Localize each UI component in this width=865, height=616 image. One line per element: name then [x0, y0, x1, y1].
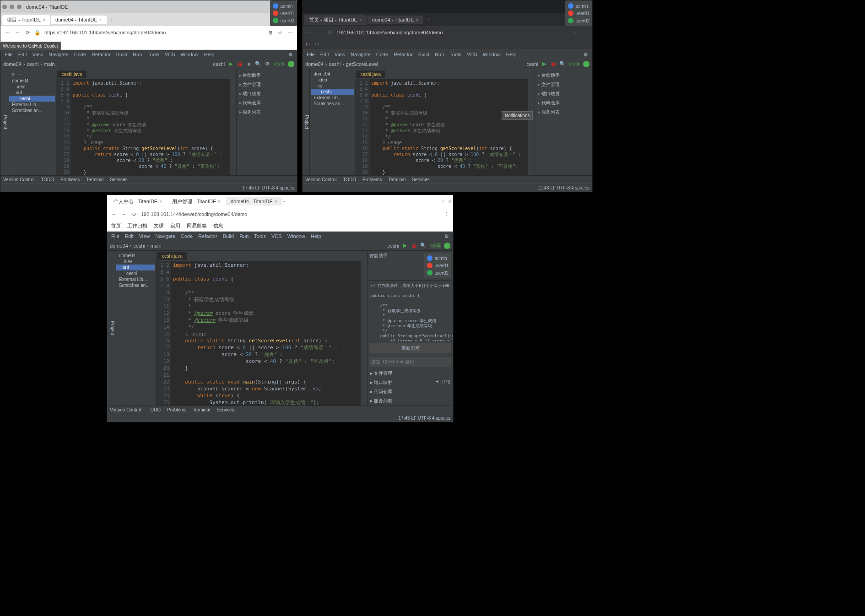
tree-item[interactable]: out: [9, 90, 55, 96]
status-bar: 17:45 LF UTF-8 4 spaces: [0, 184, 297, 192]
side-item[interactable]: 代码仓库: [238, 98, 295, 108]
menu-edit[interactable]: Edit: [16, 51, 29, 58]
menu-navigate[interactable]: Navigate: [46, 51, 70, 58]
side-item[interactable]: 端口映射: [238, 89, 295, 98]
back-icon[interactable]: ←: [111, 211, 117, 217]
ide-menubar: File Edit View Navigate Code Refactor Bu…: [0, 50, 297, 59]
bottom-services[interactable]: Services: [110, 177, 127, 182]
browser-tab[interactable]: 个人中心 - TitanIDE×: [109, 197, 167, 206]
bottom-problems[interactable]: Problems: [60, 177, 80, 182]
code-editor[interactable]: 1 2 3 4 5 6 7 8 9 10 11 12 13 14 15 16 1…: [157, 261, 367, 405]
tree-root[interactable]: dome04: [9, 78, 55, 84]
browser-tab[interactable]: dome04 - TitanIDE×: [368, 16, 423, 24]
browser-tab[interactable]: 首页 - 项目 - TitanIDE×: [304, 15, 367, 25]
menu-tools[interactable]: Tools: [145, 51, 162, 58]
url-bar: ← → ⟳ 🔒 https://192.168.101.144/ide/web/…: [0, 26, 297, 39]
side-item[interactable]: 文件管理: [238, 80, 295, 89]
ide-menubar: FileEditViewNavigateCodeRefactorBuildRun…: [303, 50, 592, 59]
menu-vcs[interactable]: VCS: [162, 51, 178, 58]
gear-icon[interactable]: ⚙: [581, 51, 590, 59]
run-config[interactable]: ceshi: [213, 61, 225, 67]
new-tab-button[interactable]: +: [424, 17, 432, 22]
share-button[interactable]: <分享: [273, 61, 285, 67]
tree-item-selected[interactable]: ceshi: [9, 96, 55, 102]
menu-code[interactable]: Code: [72, 51, 88, 58]
bottom-todo[interactable]: TODO: [41, 177, 54, 182]
reload-icon[interactable]: ⟳: [24, 30, 31, 36]
menu-file[interactable]: File: [2, 51, 15, 58]
new-tab-button[interactable]: +: [108, 17, 116, 22]
new-tab-button[interactable]: +: [283, 199, 286, 204]
url-input[interactable]: 192.168.101.144/ide/web/coding/dome04/de…: [336, 30, 568, 35]
browser-tab[interactable]: 用户管理 - TitanIDE×: [168, 197, 225, 206]
menu-window[interactable]: Window: [178, 51, 201, 58]
close-icon[interactable]: ×: [43, 17, 45, 22]
code-editor[interactable]: 1 2 3 4 5 6 7 8 9 10 11 12 13 14 15 16 1…: [355, 79, 535, 175]
star-icon[interactable]: ☆: [572, 30, 578, 36]
gear-icon[interactable]: ⚙: [264, 61, 270, 67]
menu-icon[interactable]: ⋮: [443, 211, 449, 217]
star-icon[interactable]: ☆: [277, 30, 283, 36]
extensions-icon[interactable]: ⊞: [267, 30, 273, 36]
bookmarks-bar: □ □: [303, 39, 592, 50]
gear-icon[interactable]: ⚙: [442, 232, 451, 240]
tree-item[interactable]: .idea: [9, 84, 55, 90]
forward-icon[interactable]: →: [121, 211, 127, 217]
minimize-icon[interactable]: —: [431, 199, 436, 204]
menu-refactor[interactable]: Refactor: [89, 51, 113, 58]
tree-item[interactable]: External Lib...: [9, 102, 55, 108]
bookmark[interactable]: □: [316, 42, 319, 47]
avatar[interactable]: [288, 61, 294, 67]
bottom-vcs[interactable]: Version Control: [3, 177, 34, 182]
debug-icon[interactable]: 🐞: [550, 61, 557, 67]
menu-help[interactable]: Help: [202, 51, 217, 58]
search-icon[interactable]: 🔍: [255, 61, 261, 67]
editor-tab[interactable]: ceshi.java: [57, 70, 86, 78]
bookmark[interactable]: □: [306, 42, 309, 47]
bottom-toolbar: Version Control TODO Problems Terminal S…: [0, 175, 297, 184]
close-icon[interactable]: ×: [99, 17, 102, 22]
chat-input[interactable]: 发送, Ctrl+Enter 换行: [369, 357, 451, 367]
debug-icon[interactable]: 🐞: [237, 61, 243, 67]
stop-icon[interactable]: ■: [246, 61, 252, 67]
run-icon[interactable]: ▶: [402, 243, 408, 249]
menu-run[interactable]: Run: [130, 51, 144, 58]
browser-tab[interactable]: dome04 - TitanIDE×: [51, 16, 107, 24]
side-item[interactable]: 服务列表: [238, 108, 295, 117]
run-icon[interactable]: ▶: [541, 61, 547, 67]
bottom-terminal[interactable]: Terminal: [86, 177, 103, 182]
side-item[interactable]: 智能助手: [238, 71, 295, 80]
gear-icon[interactable]: ⚙: [286, 51, 295, 59]
search-icon[interactable]: 🔍: [420, 243, 427, 249]
project-tree: ⚙— dome04 .idea out ceshi External Lib..…: [8, 69, 56, 175]
search-icon[interactable]: 🔍: [559, 61, 566, 67]
url-input[interactable]: https://192.168.101.144/ide/web/coding/d…: [44, 30, 263, 35]
debug-icon[interactable]: 🐞: [411, 243, 417, 249]
browser-tab[interactable]: dome04 - TitanIDE×: [226, 197, 282, 205]
menu-icon[interactable]: ⋯: [287, 30, 293, 36]
ide-toolbar: dome04› ceshi› main ceshi ▶ 🐞 🔍 <分享: [107, 241, 453, 251]
menu-view[interactable]: View: [30, 51, 46, 58]
close-icon[interactable]: ×: [449, 199, 451, 204]
project-tree: dome04 .idea out ceshi External Lib... S…: [115, 251, 157, 405]
back-icon[interactable]: ←: [4, 30, 11, 35]
menu-icon[interactable]: ⋮: [582, 30, 589, 36]
reload-icon[interactable]: ⟳: [326, 30, 333, 36]
regenerate-button[interactable]: 重新思考: [369, 343, 451, 353]
left-gutter[interactable]: Project: [0, 69, 8, 175]
window-1: dome04 - TitanIDE 项目 - TitanIDE× dome04 …: [0, 0, 297, 192]
code-editor[interactable]: 1 2 3 4 5 6 7 8 9 10 11 12 13 14 15 16 1…: [56, 79, 236, 175]
forward-icon[interactable]: →: [14, 30, 21, 35]
forward-icon[interactable]: →: [316, 30, 323, 35]
menu-build[interactable]: Build: [114, 51, 130, 58]
reload-icon[interactable]: ⟳: [131, 211, 137, 217]
tree-item[interactable]: Scratches an...: [9, 108, 55, 113]
chat-suggestion: // 在判断条件，成绩大于0且小于等于100 public class cesh…: [368, 281, 453, 341]
run-icon[interactable]: ▶: [227, 61, 234, 67]
tree-settings-icon[interactable]: ⚙: [11, 72, 15, 77]
maximize-icon[interactable]: □: [441, 199, 444, 204]
browser-tab[interactable]: 项目 - TitanIDE×: [2, 15, 50, 25]
ide-toolbar: dome04› ceshi› main ceshi ▶ 🐞 ■ 🔍 ⚙ <分享: [0, 59, 297, 69]
back-icon[interactable]: ←: [306, 30, 313, 35]
code-content[interactable]: import java.util.Scanner; public class c…: [71, 79, 230, 175]
